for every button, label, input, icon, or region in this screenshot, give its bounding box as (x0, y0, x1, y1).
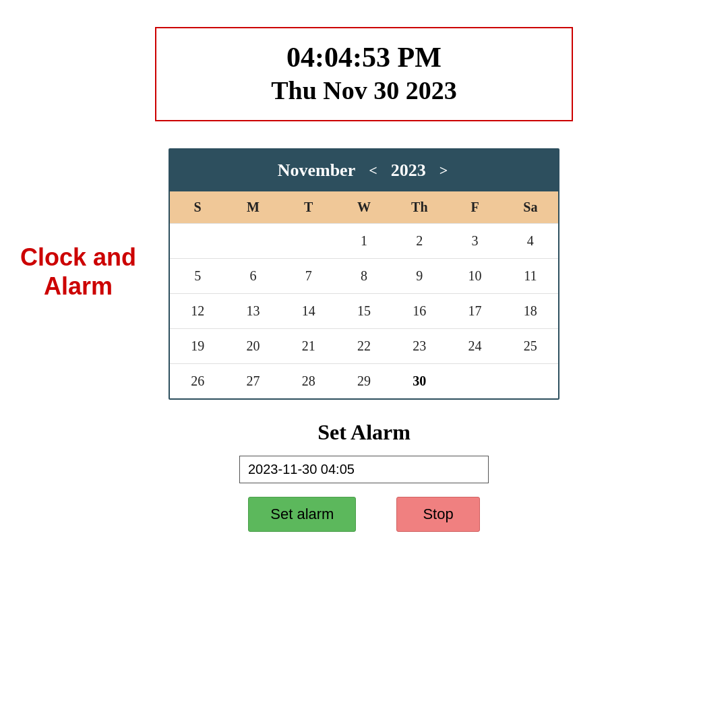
calendar-cell[interactable]: 11 (503, 259, 558, 293)
calendar-cell[interactable]: 27 (225, 364, 280, 398)
stop-button[interactable]: Stop (396, 497, 479, 532)
calendar-cell (281, 224, 336, 258)
set-alarm-button[interactable]: Set alarm (248, 497, 356, 532)
calendar-cell[interactable]: 12 (170, 294, 225, 328)
calendar-cell (225, 224, 280, 258)
calendar-cell[interactable]: 23 (392, 329, 447, 363)
calendar-cell[interactable]: 7 (281, 259, 336, 293)
day-header-sun: S (170, 191, 225, 223)
calendar-cell[interactable]: 30 (392, 364, 447, 398)
clock-date: Thu Nov 30 2023 (197, 74, 531, 107)
day-header-mon: M (225, 191, 280, 223)
calendar-prev-button[interactable]: < (366, 162, 380, 179)
calendar-cell[interactable]: 25 (503, 329, 558, 363)
calendar-cell[interactable]: 5 (170, 259, 225, 293)
calendar-header: November < 2023 > (170, 150, 558, 191)
clock-display: 04:04:53 PM Thu Nov 30 2023 (155, 27, 573, 121)
app-label-line1: Clock and (20, 243, 136, 271)
calendar-cell[interactable]: 26 (170, 364, 225, 398)
calendar-cell[interactable]: 10 (447, 259, 502, 293)
clock-time: 04:04:53 PM (197, 40, 531, 74)
calendar-row: 567891011 (170, 258, 558, 293)
calendar-cell[interactable]: 13 (225, 294, 280, 328)
calendar-cell[interactable]: 29 (336, 364, 392, 398)
calendar-row: 1234 (170, 223, 558, 258)
day-header-wed: W (336, 191, 392, 223)
calendar-cell[interactable]: 1 (336, 224, 392, 258)
calendar-body: 1234567891011121314151617181920212223242… (170, 223, 558, 398)
calendar-month: November (278, 160, 356, 181)
app-label-line2: Alarm (44, 272, 113, 300)
day-header-thu: Th (392, 191, 447, 223)
calendar-cell[interactable]: 6 (225, 259, 280, 293)
calendar-year: 2023 (391, 160, 426, 181)
app-label: Clock and Alarm (20, 243, 136, 301)
set-alarm-section: Set Alarm Set alarm Stop (169, 420, 559, 532)
calendar-next-button[interactable]: > (437, 162, 451, 179)
calendar-cell[interactable]: 19 (170, 329, 225, 363)
calendar-cell[interactable]: 18 (503, 294, 558, 328)
calendar-cell (170, 224, 225, 258)
calendar-row: 19202122232425 (170, 328, 558, 363)
calendar-row: 2627282930 (170, 363, 558, 398)
day-header-sat: Sa (503, 191, 558, 223)
day-header-tue: T (281, 191, 336, 223)
set-alarm-title: Set Alarm (169, 420, 559, 445)
calendar-cell[interactable]: 17 (447, 294, 502, 328)
alarm-buttons: Set alarm Stop (169, 497, 559, 532)
calendar-cell[interactable]: 15 (336, 294, 392, 328)
calendar-cell[interactable]: 24 (447, 329, 502, 363)
calendar: November < 2023 > S M T W Th F Sa 123456… (169, 148, 559, 400)
calendar-day-headers: S M T W Th F Sa (170, 191, 558, 223)
calendar-cell[interactable]: 4 (503, 224, 558, 258)
calendar-cell[interactable]: 3 (447, 224, 502, 258)
alarm-input[interactable] (239, 456, 489, 483)
day-header-fri: F (447, 191, 502, 223)
calendar-cell[interactable]: 14 (281, 294, 336, 328)
calendar-row: 12131415161718 (170, 293, 558, 328)
calendar-cell[interactable]: 28 (281, 364, 336, 398)
calendar-wrapper: November < 2023 > S M T W Th F Sa 123456… (169, 148, 559, 400)
calendar-cell (503, 364, 558, 398)
calendar-cell[interactable]: 21 (281, 329, 336, 363)
calendar-cell[interactable]: 9 (392, 259, 447, 293)
calendar-cell[interactable]: 20 (225, 329, 280, 363)
calendar-cell[interactable]: 2 (392, 224, 447, 258)
calendar-cell[interactable]: 16 (392, 294, 447, 328)
calendar-cell[interactable]: 22 (336, 329, 392, 363)
calendar-cell[interactable]: 8 (336, 259, 392, 293)
calendar-cell (447, 364, 502, 398)
